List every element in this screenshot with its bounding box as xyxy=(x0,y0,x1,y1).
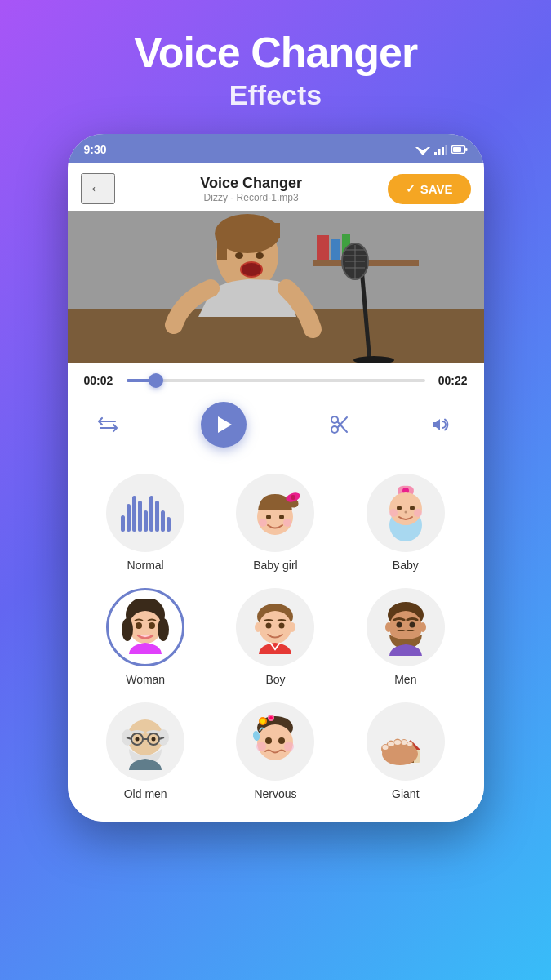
svg-point-43 xyxy=(259,519,267,527)
repeat-button[interactable] xyxy=(97,416,118,434)
woman-icon-wrap xyxy=(106,588,184,666)
giant-svg xyxy=(377,713,434,770)
progress-thumb xyxy=(149,373,163,388)
svg-point-62 xyxy=(259,611,291,644)
battery-icon xyxy=(451,145,468,154)
old-men-label: Old men xyxy=(124,787,167,800)
nervous-svg xyxy=(247,713,304,770)
svg-point-24 xyxy=(256,252,264,259)
baby-girl-svg xyxy=(247,484,304,541)
svg-point-92 xyxy=(256,742,266,751)
progress-section: 00:02 00:22 xyxy=(68,363,484,394)
svg-point-58 xyxy=(158,618,169,641)
nervous-icon-wrap xyxy=(236,702,314,781)
effect-old-men[interactable]: Old men xyxy=(81,694,211,808)
effect-boy[interactable]: Boy xyxy=(211,580,340,694)
svg-rect-6 xyxy=(442,147,444,155)
effect-woman[interactable]: Woman xyxy=(81,580,211,694)
svg-rect-5 xyxy=(438,149,440,155)
back-button[interactable]: ← xyxy=(81,173,115,204)
svg-point-104 xyxy=(388,742,394,746)
play-button[interactable] xyxy=(201,402,247,448)
svg-point-52 xyxy=(404,511,407,514)
volume-button[interactable] xyxy=(433,416,454,434)
svg-point-50 xyxy=(397,506,402,510)
svg-point-82 xyxy=(152,737,156,742)
boy-label: Boy xyxy=(265,673,285,686)
svg-rect-7 xyxy=(445,145,447,155)
svg-rect-15 xyxy=(331,239,340,260)
svg-point-72 xyxy=(409,622,415,628)
men-label: Men xyxy=(394,673,416,686)
svg-point-65 xyxy=(266,623,272,629)
status-icons xyxy=(415,144,468,155)
file-name: Dizzy - Record-1.mp3 xyxy=(200,192,302,203)
baby-girl-icon-wrap xyxy=(236,474,314,552)
nervous-label: Nervous xyxy=(254,787,296,800)
svg-point-107 xyxy=(407,742,412,746)
svg-point-71 xyxy=(396,622,402,628)
effect-baby-girl[interactable]: Baby girl xyxy=(211,466,340,580)
svg-point-66 xyxy=(279,623,285,629)
normal-icon-wrap xyxy=(106,474,184,552)
effect-men[interactable]: Men xyxy=(340,580,470,694)
baby-icon-wrap xyxy=(367,474,445,552)
svg-rect-14 xyxy=(317,235,329,260)
svg-point-23 xyxy=(235,252,243,259)
effect-giant[interactable]: Giant xyxy=(340,694,470,808)
time-current: 00:02 xyxy=(84,374,118,387)
check-icon: ✓ xyxy=(406,182,415,195)
baby-label: Baby xyxy=(393,559,419,572)
phone-frame: 9:30 ← Voice Changer xyxy=(68,134,484,822)
men-svg xyxy=(377,599,434,656)
save-button[interactable]: ✓ SAVE xyxy=(388,174,471,204)
giant-label: Giant xyxy=(392,787,419,800)
normal-label: Normal xyxy=(127,559,164,572)
svg-point-22 xyxy=(242,263,261,276)
repeat-icon xyxy=(97,416,118,434)
progress-bar[interactable] xyxy=(127,379,425,382)
svg-rect-19 xyxy=(217,227,227,260)
giant-icon-wrap xyxy=(367,702,445,781)
svg-point-42 xyxy=(279,514,284,519)
woman-label: Woman xyxy=(126,673,165,686)
effect-normal[interactable]: Normal xyxy=(81,466,211,580)
svg-point-69 xyxy=(385,622,392,632)
hero-subtitle: Effects xyxy=(229,79,322,111)
wifi-icon xyxy=(415,144,430,155)
media-thumbnail xyxy=(68,211,484,363)
svg-point-106 xyxy=(401,740,407,745)
baby-girl-label: Baby girl xyxy=(253,559,297,572)
normal-waveform xyxy=(121,491,171,535)
svg-point-54 xyxy=(414,509,422,517)
svg-point-103 xyxy=(382,745,388,750)
old-men-svg xyxy=(117,713,174,770)
hero-title: Voice Changer xyxy=(134,29,417,76)
time-total: 00:22 xyxy=(433,374,468,387)
cut-button[interactable] xyxy=(329,414,350,435)
svg-point-90 xyxy=(265,737,272,744)
men-icon-wrap xyxy=(367,588,445,666)
save-label: SAVE xyxy=(420,182,453,196)
volume-icon xyxy=(433,416,454,434)
svg-point-51 xyxy=(410,506,415,510)
baby-svg xyxy=(377,484,434,541)
svg-rect-9 xyxy=(465,148,468,151)
woman-svg xyxy=(117,599,174,656)
app-header: ← Voice Changer Dizzy - Record-1.mp3 ✓ S… xyxy=(68,163,484,211)
effect-baby[interactable]: Baby xyxy=(340,466,470,580)
svg-point-44 xyxy=(283,519,291,527)
status-time: 9:30 xyxy=(84,143,107,156)
svg-point-85 xyxy=(260,719,265,724)
svg-point-57 xyxy=(122,618,133,641)
play-icon xyxy=(218,416,232,433)
svg-point-40 xyxy=(291,495,295,500)
progress-row: 00:02 00:22 xyxy=(84,374,468,387)
person-illustration xyxy=(68,211,484,363)
svg-point-81 xyxy=(136,737,140,742)
effects-grid: Normal xyxy=(68,459,484,822)
effect-nervous[interactable]: Nervous xyxy=(211,694,340,808)
svg-point-64 xyxy=(289,622,295,632)
controls-row xyxy=(68,394,484,459)
svg-rect-10 xyxy=(453,147,461,152)
